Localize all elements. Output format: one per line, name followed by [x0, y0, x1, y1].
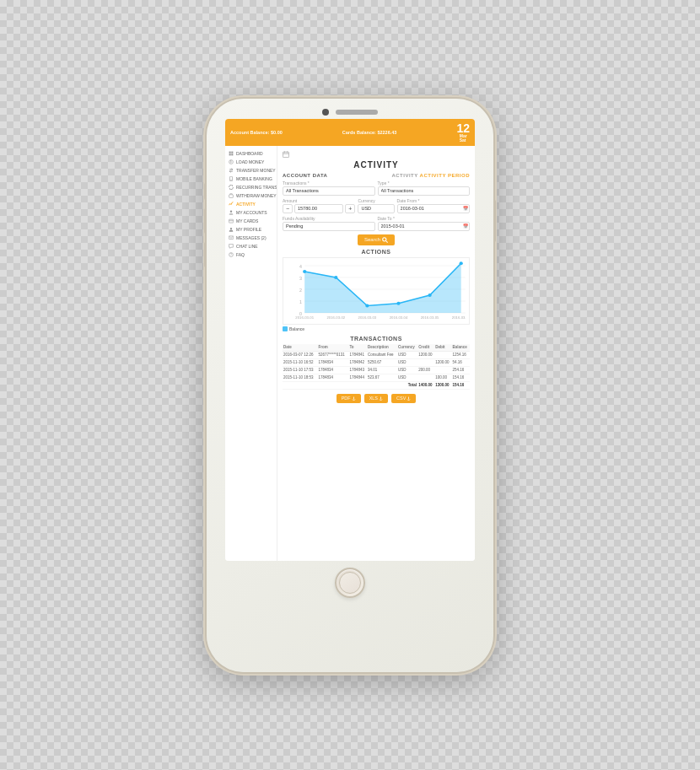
svg-text:2016-03-06: 2016-03-06: [452, 315, 466, 320]
phone-device: Account Balance: $0.00 Cards Balance: $2…: [207, 99, 493, 672]
svg-text:2016-03-03: 2016-03-03: [358, 315, 377, 320]
export-buttons: PDF XLS CSV: [283, 394, 470, 403]
phone-screen: Account Balance: $0.00 Cards Balance: $2…: [225, 119, 475, 561]
funds-select[interactable]: Pending: [283, 222, 375, 231]
td-to: 1784842: [348, 358, 367, 366]
transactions-section: TRANSACTIONS Date From To Description Cu…: [283, 336, 470, 390]
funds-col: Funds Availability Pending: [283, 216, 375, 231]
sidebar-item-transfer[interactable]: TRANSFER MONEY: [225, 166, 277, 175]
td-date: 2015-11-10 16:52: [283, 358, 318, 366]
transactions-select[interactable]: All Transactions: [283, 186, 375, 196]
mobile-icon: [229, 176, 234, 181]
xls-export-button[interactable]: XLS: [364, 394, 388, 403]
sidebar-item-mobile[interactable]: MOBILE BANKING: [225, 175, 277, 183]
funds-label: Funds Availability: [283, 216, 375, 221]
calendar-icon-area: [283, 151, 470, 159]
sidebar-item-activity[interactable]: ACTIVITY: [225, 200, 277, 208]
search-button[interactable]: Search: [358, 234, 395, 245]
sidebar-item-dashboard[interactable]: DASHBOARD: [225, 149, 277, 158]
amount-input[interactable]: [294, 204, 343, 213]
td-date: 2015-11-10 17:53: [283, 366, 318, 374]
td-credit: [417, 358, 434, 366]
type-select[interactable]: All Transactions: [378, 186, 471, 196]
th-date: Date: [283, 344, 318, 352]
sidebar-item-accounts[interactable]: MY ACCOUNTS: [225, 208, 277, 217]
recurring-icon: [229, 185, 234, 190]
speaker: [336, 110, 378, 115]
table-row: 2016-03-07 12:26 52677*****0131 1784841 …: [283, 351, 470, 358]
transactions-title: TRANSACTIONS: [283, 336, 470, 342]
td-desc: 523.67: [367, 374, 397, 381]
amount-currency-row: Amount − + Currency USD: [283, 198, 470, 213]
chat-icon: [229, 244, 234, 249]
th-credit: Credit: [417, 344, 434, 352]
td-from: 52677*****0131: [318, 351, 349, 358]
sidebar-item-faq[interactable]: ? FAQ: [225, 250, 277, 259]
home-button[interactable]: [335, 568, 365, 598]
td-currency: USD: [397, 351, 417, 358]
sidebar-item-profile[interactable]: MY PROFILE: [225, 225, 277, 234]
sidebar-label-transfer: TRANSFER MONEY: [236, 168, 276, 173]
svg-rect-0: [229, 151, 231, 153]
search-btn-label: Search: [364, 237, 380, 242]
transactions-label: Transactions *: [283, 180, 375, 186]
td-currency: USD: [397, 366, 417, 374]
date-to-input[interactable]: [378, 222, 471, 231]
td-balance: 254.16: [452, 366, 470, 374]
amount-minus-btn[interactable]: −: [283, 204, 293, 213]
sidebar-item-load-money[interactable]: $ LOAD MONEY: [225, 158, 277, 166]
legend-dot: [283, 326, 288, 331]
td-date: 2016-03-07 12:26: [283, 351, 318, 358]
td-credit: 1200.00: [417, 351, 434, 358]
chart-section: ACTIONS 4 3 2 1: [283, 249, 470, 331]
currency-label: Currency: [358, 198, 394, 203]
td-debit: 1200.00: [434, 358, 451, 366]
xls-download-icon: [379, 396, 383, 401]
type-col: Type * All Transactions: [378, 180, 471, 196]
load-money-icon: $: [229, 159, 234, 164]
sidebar-item-messages[interactable]: MESSAGES (2): [225, 234, 277, 242]
header-date: 12 Mar Sat: [456, 122, 470, 143]
sidebar-item-chat[interactable]: CHAT LINE: [225, 242, 277, 250]
pdf-export-button[interactable]: PDF: [337, 394, 361, 403]
main-content: ACTIVITY ACCOUNT DATA ACTIVITY ACTIVITY …: [277, 146, 475, 561]
sidebar-item-withdraw[interactable]: WITHDRAW MONEY: [225, 191, 277, 200]
td-desc: 5250.67: [367, 358, 397, 366]
mute-button: [204, 183, 207, 200]
csv-export-button[interactable]: CSV: [391, 394, 416, 403]
td-desc: Consultant Fee: [367, 351, 397, 358]
sidebar-label-withdraw: WITHDRAW MONEY: [236, 193, 277, 198]
sidebar-item-cards[interactable]: MY CARDS: [225, 217, 277, 225]
svg-rect-16: [283, 152, 288, 157]
volume-up-button: [204, 208, 207, 234]
total-debit: 1300.00: [434, 381, 451, 389]
withdraw-icon: [229, 193, 234, 198]
td-credit: [417, 374, 434, 381]
sidebar-label-messages: MESSAGES (2): [236, 235, 267, 240]
sidebar-label-cards: MY CARDS: [236, 218, 258, 223]
type-label: Type *: [378, 180, 471, 186]
td-debit: [434, 366, 451, 374]
currency-col: Currency USD: [358, 198, 394, 213]
currency-select[interactable]: USD: [358, 204, 394, 213]
pdf-label: PDF: [342, 396, 351, 401]
date-to-wrapper: 📅: [378, 222, 471, 231]
sidebar-item-recurring[interactable]: RECURRING TRANSFERS: [225, 183, 277, 191]
chart-title: ACTIONS: [283, 249, 470, 255]
svg-text:2: 2: [299, 288, 302, 293]
amount-plus-btn[interactable]: +: [345, 204, 355, 213]
date-from-input[interactable]: [397, 204, 470, 213]
sidebar-label-chat: CHAT LINE: [236, 244, 258, 249]
td-debit: 100.00: [434, 374, 451, 381]
chart-legend: Balance: [283, 326, 470, 331]
svg-text:4: 4: [299, 264, 302, 269]
svg-point-9: [230, 210, 232, 212]
page-title: ACTIVITY: [283, 160, 470, 170]
total-balance: 154.16: [452, 381, 470, 389]
sidebar-label-activity: ACTIVITY: [236, 202, 256, 207]
pdf-download-icon: [352, 396, 356, 401]
date-to-label: Date To *: [378, 216, 471, 221]
dashboard-icon: [229, 151, 234, 156]
date-to-calendar-icon: 📅: [463, 223, 468, 229]
svg-rect-1: [231, 151, 233, 153]
